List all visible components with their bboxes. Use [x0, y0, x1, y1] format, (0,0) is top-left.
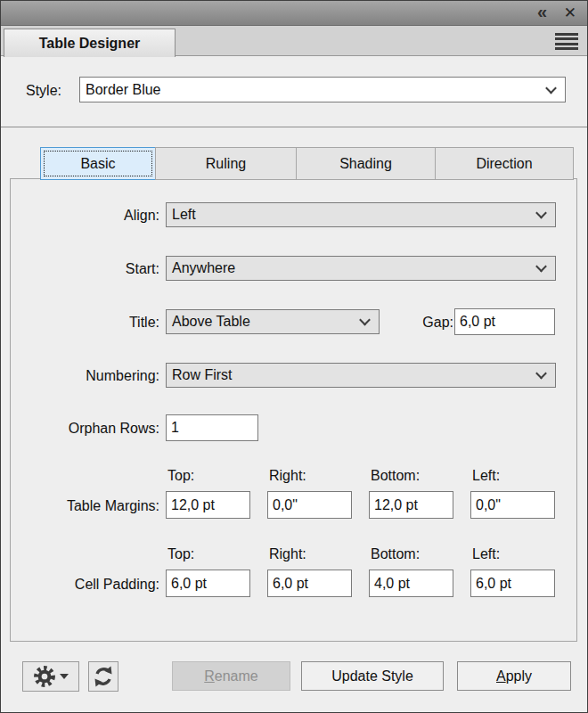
- chevron-down-icon: [535, 208, 547, 219]
- gear-icon: [33, 665, 56, 688]
- panel-tab-strip: Table Designer: [1, 26, 587, 56]
- margins-right-label: Right:: [269, 468, 306, 484]
- chevron-down-icon: [359, 315, 371, 326]
- start-dropdown-value: Anywhere: [172, 260, 235, 276]
- style-dropdown[interactable]: Border Blue: [79, 77, 566, 102]
- margins-left-label: Left:: [472, 468, 500, 484]
- margins-bottom-label: Bottom:: [371, 468, 420, 484]
- align-label: Align:: [28, 208, 159, 224]
- table-margin-bottom-input[interactable]: [369, 491, 453, 519]
- rename-label: ename: [215, 668, 258, 684]
- padding-top-label: Top:: [167, 546, 194, 562]
- cell-padding-label: Cell Padding:: [19, 577, 159, 593]
- orphan-rows-label: Orphan Rows:: [19, 421, 159, 437]
- apply-accelerator: A: [496, 668, 506, 684]
- tab-basic[interactable]: Basic: [40, 147, 156, 180]
- table-margin-top-input[interactable]: [166, 491, 250, 519]
- table-margins-label: Table Margins:: [19, 498, 159, 514]
- caret-down-icon: [60, 674, 69, 679]
- numbering-label: Numbering:: [28, 368, 159, 384]
- table-margin-right-input[interactable]: [267, 491, 352, 519]
- section-divider: [1, 127, 587, 127]
- title-dropdown[interactable]: Above Table: [166, 309, 380, 334]
- start-label: Start:: [28, 261, 159, 277]
- panel-menu-icon[interactable]: [555, 33, 578, 50]
- table-designer-panel: « ✕ Table Designer Style: Border Blue Ba…: [0, 0, 588, 713]
- cell-padding-top-input[interactable]: [166, 570, 250, 597]
- apply-button[interactable]: Apply: [457, 661, 571, 691]
- chevron-down-icon: [545, 82, 557, 94]
- numbering-dropdown-value: Row First: [172, 367, 233, 383]
- update-style-label: Update Style: [331, 668, 413, 684]
- cell-padding-left-input[interactable]: [470, 570, 555, 597]
- tab-ruling[interactable]: Ruling: [155, 147, 297, 180]
- panel-tab-table-designer[interactable]: Table Designer: [4, 29, 176, 57]
- padding-bottom-label: Bottom:: [371, 546, 420, 562]
- options-gear-button[interactable]: [22, 661, 79, 692]
- align-dropdown[interactable]: Left: [166, 202, 556, 227]
- padding-left-label: Left:: [472, 546, 500, 562]
- margins-top-label: Top:: [167, 468, 194, 484]
- orphan-rows-input[interactable]: [166, 414, 258, 441]
- style-label: Style:: [26, 83, 61, 99]
- align-dropdown-value: Left: [172, 207, 196, 223]
- rename-button[interactable]: Rename: [172, 661, 290, 691]
- title-label: Title:: [28, 315, 159, 331]
- numbering-dropdown[interactable]: Row First: [166, 363, 556, 388]
- refresh-button[interactable]: [88, 661, 118, 692]
- gap-label: Gap:: [393, 315, 453, 331]
- refresh-icon: [92, 665, 115, 688]
- cell-padding-bottom-input[interactable]: [369, 570, 453, 597]
- cell-padding-right-input[interactable]: [267, 570, 352, 597]
- panel-titlebar: « ✕: [1, 1, 587, 26]
- tab-direction[interactable]: Direction: [435, 147, 574, 180]
- start-dropdown[interactable]: Anywhere: [166, 256, 556, 281]
- update-style-button[interactable]: Update Style: [301, 661, 444, 691]
- collapse-panel-icon[interactable]: «: [537, 2, 546, 22]
- chevron-down-icon: [535, 368, 547, 380]
- chevron-down-icon: [535, 261, 547, 273]
- apply-label: pply: [506, 668, 532, 684]
- gap-input[interactable]: [454, 308, 555, 335]
- style-dropdown-value: Border Blue: [86, 82, 161, 98]
- close-icon[interactable]: ✕: [564, 4, 576, 22]
- tab-shading[interactable]: Shading: [296, 147, 436, 180]
- table-margin-left-input[interactable]: [470, 491, 555, 519]
- padding-right-label: Right:: [269, 546, 306, 562]
- title-dropdown-value: Above Table: [172, 314, 250, 330]
- rename-accelerator: R: [204, 668, 215, 684]
